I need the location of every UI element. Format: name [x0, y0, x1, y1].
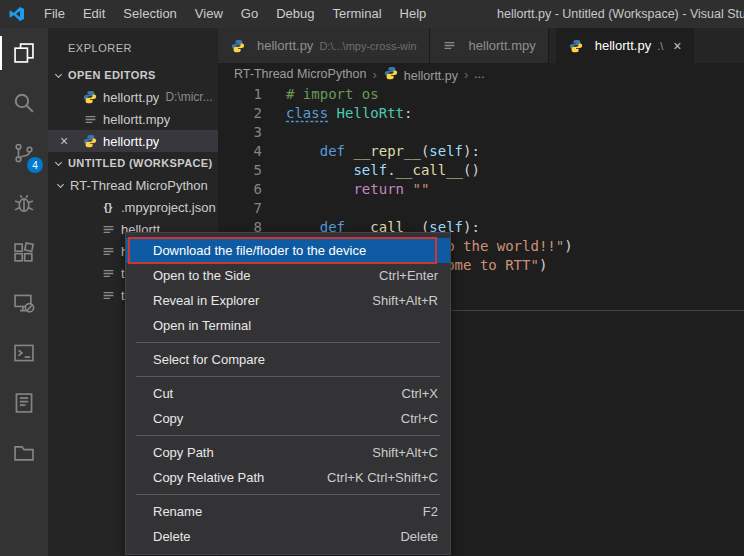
menu-terminal[interactable]: Terminal: [323, 0, 390, 28]
context-menu: Download the file/floder to the deviceOp…: [125, 232, 451, 555]
tab-hellortt-mpy[interactable]: hellortt.mpy: [430, 28, 549, 63]
menu-file[interactable]: File: [35, 0, 74, 28]
code-line: 7: [218, 199, 744, 218]
terminal-icon[interactable]: [0, 328, 48, 378]
context-menu-item-copy-relative-path[interactable]: Copy Relative PathCtrl+K Ctrl+Shift+C: [126, 465, 450, 490]
tab-label: hellortt.mpy: [469, 38, 536, 53]
open-editors-header[interactable]: OPEN EDITORS: [48, 64, 218, 86]
line-number: 1: [218, 85, 262, 104]
open-editor-hellortt-mpy[interactable]: hellortt.mpy: [48, 108, 218, 130]
file-name: .mpyproject.json: [121, 200, 216, 215]
code-text[interactable]: [262, 199, 286, 218]
context-menu-item-select-for-compare[interactable]: Select for Compare: [126, 347, 450, 372]
tab-description: D:\...\mpy-cross-win: [319, 40, 416, 52]
menu-item-label: Delete: [153, 529, 191, 544]
menu-item-shortcut: Shift+Alt+R: [372, 293, 438, 308]
menu-debug[interactable]: Debug: [267, 0, 323, 28]
menu-item-label: Select for Compare: [153, 352, 265, 367]
menu-item-shortcut: Delete: [400, 529, 438, 544]
menu-edit[interactable]: Edit: [74, 0, 114, 28]
menu-item-shortcut: Shift+Alt+C: [372, 445, 438, 460]
context-menu-item-copy[interactable]: CopyCtrl+C: [126, 406, 450, 431]
menu-separator: [136, 342, 440, 343]
workspace-label: UNTITLED (WORKSPACE): [68, 157, 213, 169]
menu-help[interactable]: Help: [391, 0, 436, 28]
line-number: 3: [218, 123, 262, 142]
code-text[interactable]: [262, 123, 286, 142]
chevron-down-icon: [57, 180, 64, 187]
debug-icon[interactable]: [0, 178, 48, 228]
json-file-icon: {}: [100, 201, 116, 213]
sidebar-title: EXPLORER: [48, 28, 218, 64]
breadcrumb-item-rt-thread-micropython[interactable]: RT-Thread MicroPython: [234, 67, 366, 81]
menu-item-label: Open to the Side: [153, 268, 251, 283]
context-menu-item-delete[interactable]: DeleteDelete: [126, 524, 450, 549]
code-line: 1# import os: [218, 85, 744, 104]
breadcrumb-label: hellortt.py: [404, 69, 458, 83]
open-editor-hellortt-py[interactable]: ×hellortt.py: [48, 130, 218, 152]
menu-selection[interactable]: Selection: [114, 0, 185, 28]
open-editors-list: hellortt.pyD:\micr...hellortt.mpy×hellor…: [48, 86, 218, 152]
close-icon[interactable]: ×: [673, 38, 681, 54]
menu-separator: [136, 376, 440, 377]
context-menu-item-reveal-in-explorer[interactable]: Reveal in ExplorerShift+Alt+R: [126, 288, 450, 313]
breadcrumb-item-hellortt-py[interactable]: hellortt.py: [383, 66, 458, 83]
context-menu-item-cut[interactable]: CutCtrl+X: [126, 381, 450, 406]
breadcrumb-item-[interactable]: ...: [474, 67, 484, 81]
menu-item-label: Copy Path: [153, 445, 214, 460]
code-text[interactable]: return "": [262, 180, 429, 199]
menu-bar: FileEditSelectionViewGoDebugTerminalHelp: [35, 0, 435, 28]
window-title: hellortt.py - Untitled (Workspace) - Vis…: [497, 0, 744, 28]
folder-icon[interactable]: [0, 428, 48, 478]
breadcrumb: RT-Thread MicroPython›hellortt.py›...: [218, 63, 744, 85]
line-number: 7: [218, 199, 262, 218]
menu-item-shortcut: Ctrl+C: [401, 411, 438, 426]
tab-label: hellortt.py: [257, 38, 313, 53]
tab-description: .\: [657, 40, 663, 52]
context-menu-item-open-to-the-side[interactable]: Open to the SideCtrl+Enter: [126, 263, 450, 288]
file-name: hellortt.py: [103, 134, 159, 149]
search-icon[interactable]: [0, 78, 48, 128]
menu-item-label: Copy: [153, 411, 183, 426]
code-line: 5 self.__call__(): [218, 161, 744, 180]
menu-item-shortcut: F2: [423, 504, 438, 519]
python-file-icon: [568, 39, 584, 53]
extensions-icon[interactable]: [0, 228, 48, 278]
context-menu-item-open-in-terminal[interactable]: Open in Terminal: [126, 313, 450, 338]
folder-rt-thread-micropython[interactable]: RT-Thread MicroPython: [48, 174, 218, 196]
python-file-icon: [82, 134, 98, 148]
vscode-logo-icon: [9, 6, 25, 22]
title-bar: FileEditSelectionViewGoDebugTerminalHelp…: [0, 0, 744, 28]
context-menu-item-rename[interactable]: RenameF2: [126, 499, 450, 524]
menu-item-shortcut: Ctrl+Enter: [379, 268, 438, 283]
remote-device-icon[interactable]: [0, 278, 48, 328]
breadcrumb-label: ...: [474, 67, 484, 81]
vscode-window: FileEditSelectionViewGoDebugTerminalHelp…: [0, 0, 744, 556]
code-line: 6 return "": [218, 180, 744, 199]
explorer-icon[interactable]: [0, 28, 48, 78]
source-control-icon[interactable]: 4: [0, 128, 48, 178]
code-text[interactable]: # import os: [262, 85, 379, 104]
python-file-icon: [383, 66, 399, 80]
code-text[interactable]: def __repr__(self):: [262, 142, 480, 161]
tab-hellortt-py[interactable]: hellortt.py.\×: [556, 28, 695, 63]
menu-view[interactable]: View: [186, 0, 232, 28]
open-editor-hellortt-py[interactable]: hellortt.pyD:\micr...: [48, 86, 218, 108]
menu-go[interactable]: Go: [232, 0, 267, 28]
file-name: hellortt.py: [103, 90, 159, 105]
context-menu-item-copy-path[interactable]: Copy PathShift+Alt+C: [126, 440, 450, 465]
menu-separator: [136, 435, 440, 436]
mpy-file-icon: [100, 223, 116, 236]
chevron-right-icon: ›: [372, 67, 376, 82]
menu-item-label: Cut: [153, 386, 173, 401]
code-text[interactable]: class HelloRtt:: [262, 104, 412, 123]
code-text[interactable]: self.__call__(): [262, 161, 480, 180]
output-icon[interactable]: [0, 378, 48, 428]
context-menu-item-download-the-file-floder-to-the-device[interactable]: Download the file/floder to the device: [126, 238, 450, 263]
breadcrumb-label: RT-Thread MicroPython: [234, 67, 366, 81]
file-name: hellortt.mpy: [103, 112, 170, 127]
tab-hellortt-py[interactable]: hellortt.pyD:\...\mpy-cross-win: [218, 28, 430, 63]
close-icon[interactable]: ×: [60, 133, 82, 149]
workspace-header[interactable]: UNTITLED (WORKSPACE): [48, 152, 218, 174]
tree-item-mpyproject-json[interactable]: {}.mpyproject.json: [48, 196, 218, 218]
